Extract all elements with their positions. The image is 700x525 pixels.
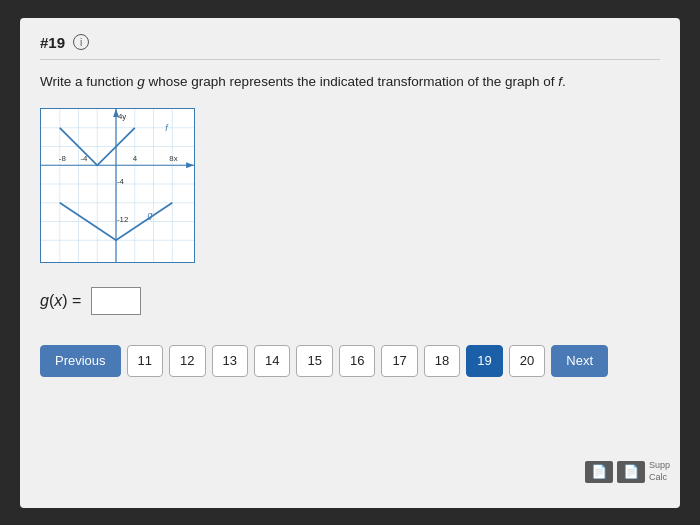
question-text-middle: whose graph represents the indicated tra… (145, 74, 559, 89)
page-17-button[interactable]: 17 (381, 345, 417, 377)
support-text: SuppCalc (649, 460, 670, 483)
graph-container: 4y 8x -8 -4 4 -4 -12 f g (40, 108, 195, 263)
page-18-button[interactable]: 18 (424, 345, 460, 377)
svg-text:4: 4 (133, 154, 138, 163)
page-15-button[interactable]: 15 (296, 345, 332, 377)
calculator-icon[interactable]: 📄 (617, 461, 645, 483)
page-container: #19 i Write a function g whose graph rep… (20, 18, 680, 508)
svg-marker-26 (186, 162, 194, 168)
page-19-button[interactable]: 19 (466, 345, 502, 377)
page-20-button[interactable]: 20 (509, 345, 545, 377)
page-16-button[interactable]: 16 (339, 345, 375, 377)
question-text-end: . (562, 74, 566, 89)
svg-text:-12: -12 (117, 214, 128, 223)
info-icon[interactable]: i (73, 34, 89, 50)
header: #19 i (40, 34, 660, 60)
page-12-button[interactable]: 12 (169, 345, 205, 377)
question-text-before-g: Write a function (40, 74, 137, 89)
nav-bar: Previous 11 12 13 14 15 16 17 18 19 20 N… (40, 345, 660, 377)
svg-text:-4: -4 (117, 177, 125, 186)
bookmark-icon[interactable]: 📄 (585, 461, 613, 483)
svg-text:8x: 8x (169, 154, 177, 163)
next-button[interactable]: Next (551, 345, 608, 377)
svg-text:-8: -8 (59, 154, 67, 163)
page-14-button[interactable]: 14 (254, 345, 290, 377)
page-13-button[interactable]: 13 (212, 345, 248, 377)
graph-svg: 4y 8x -8 -4 4 -4 -12 f g (41, 109, 194, 262)
g-variable: g (137, 74, 145, 89)
problem-number: #19 (40, 34, 65, 51)
answer-label: g(x) = (40, 292, 81, 310)
side-icons: 📄 📄 SuppCalc (585, 460, 670, 483)
svg-text:4y: 4y (118, 112, 126, 121)
answer-input[interactable] (91, 287, 141, 315)
question-text: Write a function g whose graph represent… (40, 72, 660, 92)
previous-button[interactable]: Previous (40, 345, 121, 377)
answer-row: g(x) = (40, 287, 660, 315)
content-area: 4y 8x -8 -4 4 -4 -12 f g (40, 108, 660, 315)
page-11-button[interactable]: 11 (127, 345, 163, 377)
